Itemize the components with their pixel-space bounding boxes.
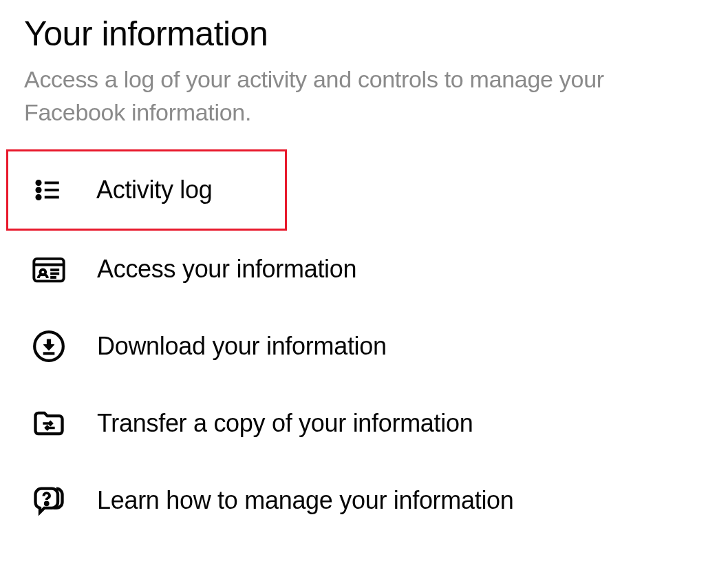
menu-item-access-information[interactable]: Access your information [24, 231, 704, 308]
svg-point-15 [45, 503, 47, 505]
svg-marker-13 [43, 339, 55, 351]
page-subtitle: Access a log of your activity and contro… [24, 63, 704, 129]
menu-item-learn-manage-information[interactable]: Learn how to manage your information [24, 462, 704, 539]
menu-item-label: Access your information [97, 255, 356, 284]
menu-item-label: Activity log [96, 176, 212, 204]
download-icon [31, 328, 67, 364]
folder-transfer-icon [31, 406, 67, 441]
menu-list: Activity log Access your information [24, 149, 704, 539]
list-icon [30, 172, 66, 208]
page-title: Your information [24, 14, 704, 54]
menu-item-transfer-information[interactable]: Transfer a copy of your information [24, 385, 704, 462]
menu-item-label: Download your information [97, 332, 387, 361]
menu-item-label: Learn how to manage your information [97, 486, 514, 515]
menu-item-activity-log[interactable]: Activity log [6, 149, 287, 231]
menu-item-label: Transfer a copy of your information [97, 409, 473, 438]
svg-point-1 [36, 189, 40, 192]
svg-point-2 [36, 196, 40, 199]
svg-point-0 [36, 181, 40, 185]
id-card-icon [31, 251, 67, 287]
menu-item-download-information[interactable]: Download your information [24, 308, 704, 385]
question-chat-icon [31, 483, 67, 518]
